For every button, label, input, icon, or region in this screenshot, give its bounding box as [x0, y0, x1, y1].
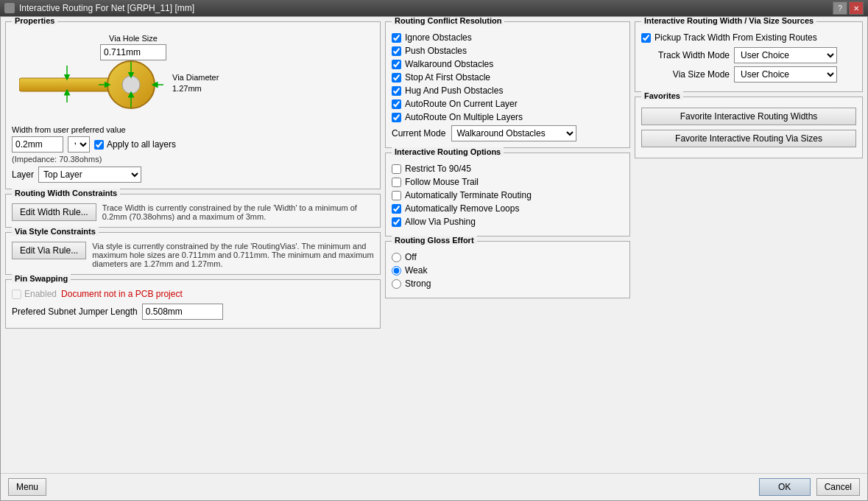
conflict-label-2: Walkaround Obstacles [405, 59, 493, 69]
via-style-content: Edit Via Rule... Via style is currently … [12, 237, 374, 268]
iw-group: Interactive Routing Width / Via Size Sou… [635, 21, 863, 92]
routing-checkbox-0[interactable] [392, 164, 401, 174]
conflict-label-6: AutoRoute On Multiple Layers [405, 112, 523, 122]
conflict-label-5: AutoRoute On Current Layer [405, 99, 518, 109]
menu-button[interactable]: Menu [8, 478, 46, 496]
routing-checkbox-1[interactable] [392, 178, 401, 187]
routing-checkbox-2[interactable] [392, 191, 401, 200]
routing-label-3: Automatically Remove Loops [405, 203, 519, 214]
routing-option-1: Follow Mouse Trail [392, 177, 624, 187]
routing-checkbox-3[interactable] [392, 204, 401, 214]
layer-dropdown[interactable]: Top Layer Bottom Layer [38, 167, 141, 183]
routing-option-2: Automatically Terminate Routing [392, 190, 624, 200]
conflict-checkbox-6[interactable] [392, 113, 401, 122]
pickup-label: Pickup Track Width From Existing Routes [654, 32, 817, 43]
fav-widths-btn[interactable]: Favorite Interactive Routing Widths [641, 108, 856, 125]
conflict-checkbox-0[interactable] [392, 33, 401, 43]
width-input[interactable] [12, 136, 63, 153]
conflict-option-5: AutoRoute On Current Layer [392, 99, 624, 109]
via-constraint-text: Via style is currently constrained by th… [92, 242, 374, 268]
conflict-option-3: Stop At First Obstacle [392, 72, 624, 83]
via-visual-svg: Via Diameter 1.27mm [19, 55, 269, 121]
via-size-mode-row: Via Size Mode User Choice Rule Preferred… [641, 66, 856, 83]
dialog-content: Properties Via Hole Size [1, 17, 867, 473]
routing-options-list: Restrict To 90/45Follow Mouse TrailAutom… [392, 164, 624, 227]
routing-option-4: Allow Via Pushing [392, 217, 624, 227]
routing-label-1: Follow Mouse Trail [405, 177, 479, 187]
routing-options-group: Interactive Routing Options Restrict To … [385, 153, 630, 237]
routing-options-title: Interactive Routing Options [392, 147, 504, 156]
favorites-group: Favorites Favorite Interactive Routing W… [635, 97, 863, 158]
routing-label-0: Restrict To 90/45 [405, 164, 471, 174]
via-hole-size-label: Via Hole Size [109, 34, 158, 43]
gloss-option-0: Off [392, 252, 624, 262]
routing-option-3: Automatically Remove Loops [392, 203, 624, 214]
dialog-footer: Menu OK Cancel [1, 473, 867, 500]
apply-all-layers-label[interactable]: Apply to all layers [94, 139, 176, 150]
routing-checkbox-4[interactable] [392, 217, 401, 227]
conflict-option-0: Ignore Obstacles [392, 32, 624, 43]
edit-via-rule-btn[interactable]: Edit Via Rule... [12, 242, 86, 259]
conflict-checkbox-1[interactable] [392, 46, 401, 56]
pin-enabled-checkbox[interactable] [12, 290, 21, 299]
far-panel: Interactive Routing Width / Via Size Sou… [635, 21, 863, 469]
via-diameter-value: 1.27mm [172, 84, 202, 93]
conflict-checkbox-5[interactable] [392, 99, 401, 109]
ok-button[interactable]: OK [759, 478, 811, 496]
help-button[interactable]: ? [833, 1, 847, 15]
current-mode-dropdown[interactable]: Walkaround Obstacles Push Obstacles Igno… [451, 125, 576, 141]
pin-enabled-label[interactable]: Enabled [12, 289, 57, 299]
fav-via-sizes-btn[interactable]: Favorite Interactive Routing Via Sizes [641, 130, 856, 147]
conflict-option-6: AutoRoute On Multiple Layers [392, 112, 624, 122]
conflict-label-0: Ignore Obstacles [405, 32, 472, 43]
gloss-option-1: Weak [392, 265, 624, 276]
gloss-radio-2[interactable] [392, 279, 401, 289]
track-width-mode-row: Track Width Mode User Choice Rule Prefer… [641, 47, 856, 63]
gloss-label-0: Off [405, 252, 417, 262]
gloss-label-1: Weak [405, 265, 427, 276]
routing-option-0: Restrict To 90/45 [392, 164, 624, 174]
edit-width-rule-btn[interactable]: Edit Width Rule... [12, 203, 96, 221]
subnet-label: Prefered Subnet Jumper Length [12, 306, 138, 317]
close-button[interactable]: ✕ [849, 1, 864, 15]
conflict-checkbox-3[interactable] [392, 73, 401, 83]
gloss-radio-1[interactable] [392, 266, 401, 276]
gloss-radio-0[interactable] [392, 253, 401, 262]
pin-status-text: Document not in a PCB project [61, 289, 183, 299]
via-size-mode-dropdown[interactable]: User Choice Rule Preferred User Preferre… [734, 66, 837, 83]
conflict-checkbox-4[interactable] [392, 86, 401, 96]
track-width-mode-label: Track Width Mode [641, 50, 730, 60]
routing-conflict-group: Routing Conflict Resolution Ignore Obsta… [385, 21, 630, 148]
routing-label-4: Allow Via Pushing [405, 217, 476, 227]
conflict-option-2: Walkaround Obstacles [392, 59, 624, 69]
routing-gloss-list: OffWeakStrong [392, 252, 624, 289]
routing-width-title: Routing Width Constraints [12, 189, 120, 197]
conflict-label-4: Hug And Push Obstacles [405, 85, 503, 96]
dialog: Properties Via Hole Size [0, 16, 868, 501]
mid-panel: Routing Conflict Resolution Ignore Obsta… [385, 21, 630, 469]
routing-width-content: Edit Width Rule... Trace Width is curren… [12, 199, 374, 221]
width-dropdown[interactable]: ▼ [68, 136, 90, 153]
routing-label-2: Automatically Terminate Routing [405, 190, 532, 200]
pin-enabled-text: Enabled [24, 289, 57, 299]
conflict-checkbox-2[interactable] [392, 60, 401, 69]
routing-gloss-group: Routing Gloss Effort OffWeakStrong [385, 241, 630, 298]
footer-right: OK Cancel [759, 478, 860, 496]
apply-all-layers-checkbox[interactable] [94, 140, 104, 150]
pin-enabled-row: Enabled Document not in a PCB project [12, 289, 374, 299]
right-sections: Routing Conflict Resolution Ignore Obsta… [385, 21, 863, 469]
pickup-checkbox[interactable] [641, 33, 651, 43]
cancel-button[interactable]: Cancel [816, 478, 860, 496]
app-icon [4, 3, 15, 13]
title-bar: Interactive Routing For Net [GRPH_11] [m… [0, 0, 868, 16]
iw-title: Interactive Routing Width / Via Size Sou… [641, 17, 816, 25]
properties-title: Properties [12, 17, 57, 25]
conflict-label-1: Push Obstacles [405, 46, 467, 56]
routing-conflict-title: Routing Conflict Resolution [392, 17, 504, 25]
dialog-title: Interactive Routing For Net [GRPH_11] [m… [19, 3, 194, 13]
track-width-mode-dropdown[interactable]: User Choice Rule Preferred User Preferre… [734, 47, 837, 63]
subnet-input[interactable] [142, 304, 223, 320]
title-bar-controls: ? ✕ [833, 1, 864, 15]
properties-group: Properties Via Hole Size [5, 21, 381, 189]
current-mode-label: Current Mode [392, 128, 445, 139]
